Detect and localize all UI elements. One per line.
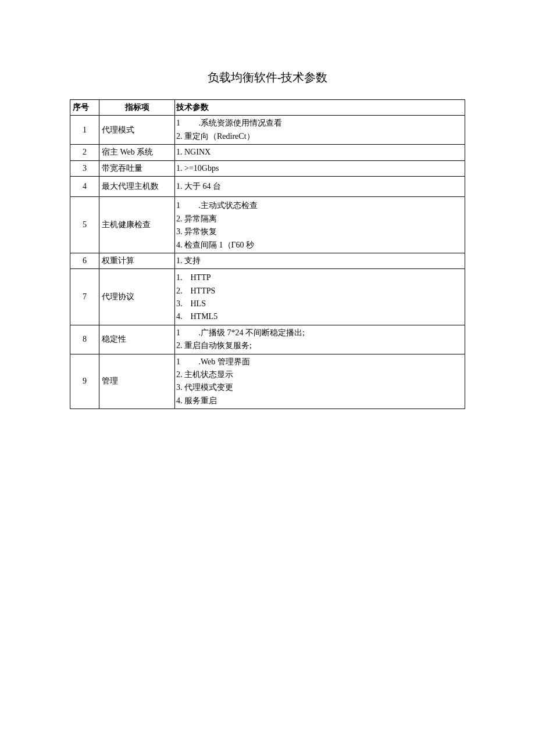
- cell-param: 1. HTTP 2. HTTPS 3. HLS 4. HTML5: [175, 269, 465, 325]
- table-row: 3 带宽吞吐量 1. >=10Gbps: [70, 160, 465, 176]
- param-line: 1 .Web 管理界面: [176, 356, 462, 368]
- table-row: 5 主机健康检查 1 .主动式状态检查 2. 异常隔离 3. 异常恢复 4. 检…: [70, 197, 465, 253]
- param-line: 3. 异常恢复: [176, 225, 462, 238]
- param-line: 2. 异常隔离: [176, 213, 462, 225]
- param-line: 2. HTTPS: [176, 285, 462, 298]
- cell-param: 1 .系统资源使用情况查看 2. 重定向（RedireCt）: [175, 116, 465, 145]
- table-row: 9 管理 1 .Web 管理界面 2. 主机状态显示 3. 代理模式变更 4. …: [70, 354, 465, 409]
- param-line: 3. 代理模式变更: [176, 381, 462, 394]
- cell-item: 主机健康检查: [99, 197, 175, 253]
- header-param: 技术参数: [175, 100, 465, 116]
- cell-seq: 1: [70, 116, 99, 145]
- param-line: 1. HTTP: [176, 271, 462, 284]
- table-row: 6 权重计算 1. 支持: [70, 253, 465, 268]
- cell-item: 代理协议: [99, 269, 175, 325]
- param-line: 4. 检查间隔 1（Γ60 秒: [176, 239, 462, 252]
- cell-param: 1. NGINX: [175, 145, 465, 160]
- param-line: 4. HTML5: [176, 310, 462, 323]
- spec-table: 序号 指标项 技术参数 1 代理模式 1 .系统资源使用情况查看 2. 重定向（…: [70, 99, 465, 409]
- cell-param: 1. 支持: [175, 253, 465, 268]
- param-line: 1 .广播级 7*24 不间断稳定播出;: [176, 327, 462, 339]
- cell-seq: 2: [70, 145, 99, 160]
- param-line: 1. >=10Gbps: [176, 162, 462, 175]
- cell-param: 1 .主动式状态检查 2. 异常隔离 3. 异常恢复 4. 检查间隔 1（Γ60…: [175, 197, 465, 253]
- param-line: 1. 支持: [176, 255, 462, 267]
- param-line: 2. 主机状态显示: [176, 368, 462, 381]
- cell-item: 稳定性: [99, 325, 175, 354]
- cell-param: 1. >=10Gbps: [175, 160, 465, 176]
- param-line: 1 .系统资源使用情况查看: [176, 117, 462, 130]
- cell-param: 1 .广播级 7*24 不间断稳定播出; 2. 重启自动恢复服务;: [175, 325, 465, 354]
- cell-seq: 4: [70, 176, 99, 196]
- param-line: 1. 大于 64 台: [176, 180, 462, 193]
- table-row: 1 代理模式 1 .系统资源使用情况查看 2. 重定向（RedireCt）: [70, 116, 465, 145]
- page-title: 负载均衡软件-技术参数: [70, 70, 465, 85]
- param-line: 4. 服务重启: [176, 395, 462, 407]
- cell-seq: 8: [70, 325, 99, 354]
- table-header-row: 序号 指标项 技术参数: [70, 100, 465, 116]
- param-line: 2. 重启自动恢复服务;: [176, 339, 462, 352]
- cell-item: 代理模式: [99, 116, 175, 145]
- table-row: 2 宿主 Web 系统 1. NGINX: [70, 145, 465, 160]
- cell-item: 最大代理主机数: [99, 176, 175, 196]
- param-line: 1. NGINX: [176, 146, 462, 159]
- cell-param: 1. 大于 64 台: [175, 176, 465, 196]
- cell-seq: 6: [70, 253, 99, 268]
- header-item: 指标项: [99, 100, 175, 116]
- cell-seq: 9: [70, 354, 99, 409]
- header-seq: 序号: [70, 100, 99, 116]
- param-line: 2. 重定向（RedireCt）: [176, 130, 462, 143]
- param-line: 1 .主动式状态检查: [176, 199, 462, 212]
- cell-item: 管理: [99, 354, 175, 409]
- table-row: 7 代理协议 1. HTTP 2. HTTPS 3. HLS 4. HTML5: [70, 269, 465, 325]
- param-line: 3. HLS: [176, 298, 462, 310]
- cell-param: 1 .Web 管理界面 2. 主机状态显示 3. 代理模式变更 4. 服务重启: [175, 354, 465, 409]
- table-row: 8 稳定性 1 .广播级 7*24 不间断稳定播出; 2. 重启自动恢复服务;: [70, 325, 465, 354]
- cell-seq: 5: [70, 197, 99, 253]
- table-row: 4 最大代理主机数 1. 大于 64 台: [70, 176, 465, 196]
- cell-seq: 7: [70, 269, 99, 325]
- cell-seq: 3: [70, 160, 99, 176]
- cell-item: 带宽吞吐量: [99, 160, 175, 176]
- cell-item: 宿主 Web 系统: [99, 145, 175, 160]
- cell-item: 权重计算: [99, 253, 175, 268]
